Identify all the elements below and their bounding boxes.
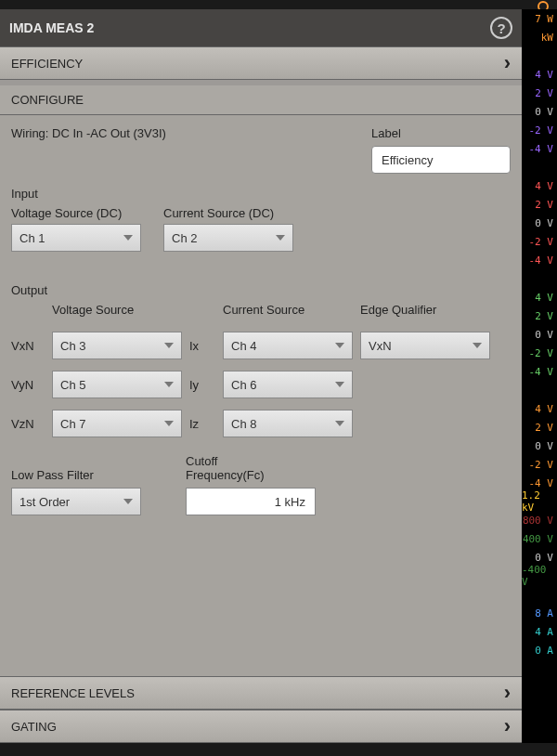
vzn-label: VzN bbox=[11, 417, 45, 431]
scale-tick: 7 W bbox=[522, 9, 557, 28]
iy-label: Iy bbox=[189, 378, 215, 392]
scale-tick: 0 V bbox=[522, 325, 557, 344]
vzn-dropdown[interactable]: Ch 7 bbox=[52, 410, 182, 437]
vxn-dropdown[interactable]: Ch 3 bbox=[52, 332, 182, 359]
panel-title: IMDA MEAS 2 bbox=[9, 20, 94, 35]
scale-tick: 1.2 kV bbox=[522, 492, 557, 511]
scale-tick bbox=[522, 158, 557, 176]
section-configure: CONFIGURE bbox=[0, 85, 522, 115]
section-efficiency-label: EFFICIENCY bbox=[11, 57, 83, 71]
iz-label: Iz bbox=[189, 417, 215, 431]
scale-tick bbox=[522, 381, 557, 399]
caret-down-icon bbox=[123, 235, 133, 241]
scale-tick: -2 V bbox=[522, 121, 557, 139]
section-reference-levels[interactable]: REFERENCE LEVELS › bbox=[0, 676, 522, 710]
scale-tick: 4 V bbox=[522, 176, 557, 195]
caret-down-icon bbox=[335, 421, 344, 426]
scale-tick bbox=[522, 659, 557, 678]
scale-tick: -4 V bbox=[522, 251, 557, 269]
section-configure-label: CONFIGURE bbox=[11, 93, 84, 107]
scale-tick: 4 V bbox=[522, 399, 557, 418]
output-csrc-label: Current Source bbox=[223, 303, 353, 317]
input-csrc-dropdown[interactable]: Ch 2 bbox=[163, 224, 293, 252]
scale-tick: -2 V bbox=[522, 344, 557, 362]
iy-dropdown[interactable]: Ch 6 bbox=[223, 371, 353, 398]
scale-tick: -2 V bbox=[522, 232, 557, 251]
scale-tick: 0 V bbox=[522, 102, 557, 121]
fc-input[interactable]: 1 kHz bbox=[186, 488, 316, 515]
input-group-label: Input bbox=[11, 187, 511, 201]
input-csrc-label: Current Source (DC) bbox=[163, 206, 293, 220]
scale-tick: 0 V bbox=[522, 437, 557, 455]
scale-tick: 4 V bbox=[522, 65, 557, 84]
scale-tick: 2 V bbox=[522, 418, 557, 437]
input-vsrc-dropdown[interactable]: Ch 1 bbox=[11, 224, 141, 252]
chevron-right-icon: › bbox=[504, 51, 511, 75]
wiring-text: Wiring: DC In -AC Out (3V3I) bbox=[11, 126, 166, 140]
measurement-panel: IMDA MEAS 2 ? EFFICIENCY › CONFIGURE Wir… bbox=[0, 9, 522, 743]
scale-tick bbox=[522, 269, 557, 288]
section-gating-label: GATING bbox=[11, 720, 57, 734]
titlebar: IMDA MEAS 2 ? bbox=[0, 9, 522, 46]
scale-tick: 400 V bbox=[522, 529, 557, 548]
ix-label: Ix bbox=[189, 339, 215, 353]
section-reference-label: REFERENCE LEVELS bbox=[11, 686, 135, 700]
label-input[interactable]: Efficiency bbox=[371, 146, 511, 174]
scale-tick: 4 A bbox=[522, 622, 557, 641]
scale-tick: 0 V bbox=[522, 214, 557, 232]
scale-tick: kW bbox=[522, 28, 557, 46]
caret-down-icon bbox=[164, 382, 174, 387]
caret-down-icon bbox=[473, 343, 482, 348]
scale-tick: -4 V bbox=[522, 362, 557, 381]
vyn-dropdown[interactable]: Ch 5 bbox=[52, 371, 182, 398]
chevron-right-icon: › bbox=[504, 714, 511, 738]
scale-tick: 4 V bbox=[522, 288, 557, 306]
caret-down-icon bbox=[164, 421, 174, 426]
chevron-right-icon: › bbox=[504, 681, 511, 705]
caret-down-icon bbox=[123, 499, 133, 504]
lpf-label: Low Pass Filter bbox=[11, 468, 141, 482]
fc-label: Cutoff Frequency(Fc) bbox=[186, 454, 288, 482]
side-scale: 7 WkW4 V2 V0 V-2 V-4 V4 V2 V0 V-2 V-4 V4… bbox=[522, 9, 557, 743]
configure-body: Wiring: DC In -AC Out (3V3I) Label Effic… bbox=[0, 115, 522, 676]
help-icon[interactable]: ? bbox=[490, 17, 512, 39]
input-vsrc-label: Voltage Source (DC) bbox=[11, 206, 141, 220]
scale-tick: 2 V bbox=[522, 306, 557, 325]
vxn-label: VxN bbox=[11, 339, 45, 353]
scale-tick: -2 V bbox=[522, 455, 557, 474]
caret-down-icon bbox=[335, 343, 344, 348]
caret-down-icon bbox=[335, 382, 344, 387]
scale-tick: -400 V bbox=[522, 567, 557, 585]
scale-tick: 0 A bbox=[522, 641, 557, 659]
section-gating[interactable]: GATING › bbox=[0, 710, 522, 743]
scale-tick: -4 V bbox=[522, 139, 557, 158]
caret-down-icon bbox=[276, 235, 285, 241]
edge-qualifier-dropdown[interactable]: VxN bbox=[360, 332, 490, 359]
scale-tick: 8 A bbox=[522, 604, 557, 622]
lpf-dropdown[interactable]: 1st Order bbox=[11, 488, 141, 515]
vyn-label: VyN bbox=[11, 378, 45, 392]
section-efficiency[interactable]: EFFICIENCY › bbox=[0, 46, 522, 80]
caret-down-icon bbox=[164, 343, 174, 348]
output-vsrc-label: Voltage Source bbox=[52, 303, 182, 317]
output-group-label: Output bbox=[11, 283, 511, 297]
ix-dropdown[interactable]: Ch 4 bbox=[223, 332, 353, 359]
iz-dropdown[interactable]: Ch 8 bbox=[223, 410, 353, 437]
scale-tick bbox=[522, 46, 557, 65]
output-edge-label: Edge Qualifier bbox=[360, 303, 511, 317]
scale-tick: 2 V bbox=[522, 84, 557, 102]
scale-tick: 800 V bbox=[522, 511, 557, 529]
scale-tick: 2 V bbox=[522, 195, 557, 214]
scale-tick bbox=[522, 585, 557, 604]
label-caption: Label bbox=[371, 126, 511, 140]
